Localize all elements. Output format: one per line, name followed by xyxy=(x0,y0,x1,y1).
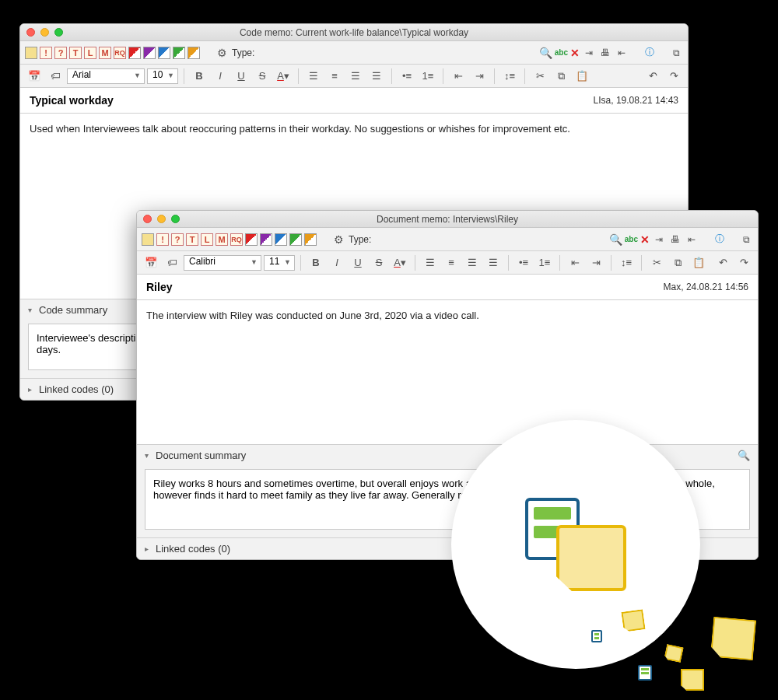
memo-type-exclaim[interactable]: ! xyxy=(156,233,169,246)
memo-type-l[interactable]: L xyxy=(201,233,213,246)
redo-button[interactable]: ↷ xyxy=(734,254,753,271)
spellcheck-icon[interactable]: abc xyxy=(625,235,638,243)
copy-button[interactable]: ⧉ xyxy=(668,254,687,271)
section-title: Document summary xyxy=(156,450,246,461)
date-icon[interactable]: 📅 xyxy=(142,254,160,271)
memo-color-purple[interactable] xyxy=(260,233,272,246)
indent-button[interactable]: ⇥ xyxy=(470,68,489,85)
close-window-button[interactable] xyxy=(26,28,35,37)
delete-icon[interactable]: ✕ xyxy=(570,47,580,59)
close-window-button[interactable] xyxy=(143,215,152,223)
memo-color-green[interactable] xyxy=(289,233,302,246)
font-size-select[interactable]: 11 ▼ xyxy=(264,255,295,271)
align-center-button[interactable]: ≡ xyxy=(325,68,344,85)
list-bullet-button[interactable]: •≡ xyxy=(514,254,533,271)
import-icon[interactable]: ⇥ xyxy=(582,46,596,60)
align-left-button[interactable]: ☰ xyxy=(421,254,440,271)
outdent-button[interactable]: ⇤ xyxy=(566,254,584,271)
undo-button[interactable]: ↶ xyxy=(643,68,662,85)
memo-type-rq[interactable]: RQ xyxy=(114,47,126,59)
undo-button[interactable]: ↶ xyxy=(713,254,732,271)
font-size-select[interactable]: 10 ▼ xyxy=(147,68,178,84)
italic-button[interactable]: I xyxy=(211,68,230,85)
memo-type-m[interactable]: M xyxy=(99,47,111,59)
memo-type-question[interactable]: ? xyxy=(54,47,67,59)
memo-type-rq[interactable]: RQ xyxy=(230,233,243,246)
memo-type-t[interactable]: T xyxy=(69,47,82,59)
search-icon[interactable]: 🔍 xyxy=(738,450,750,461)
info-icon[interactable]: ⓘ xyxy=(643,46,657,60)
memo-color-red[interactable] xyxy=(245,233,258,246)
minimize-window-button[interactable] xyxy=(40,28,49,37)
italic-button[interactable]: I xyxy=(328,254,346,271)
export-icon[interactable]: ⇤ xyxy=(615,46,629,60)
import-icon[interactable]: ⇥ xyxy=(652,233,666,247)
bold-button[interactable]: B xyxy=(307,254,325,271)
list-number-button[interactable]: 1≡ xyxy=(419,68,437,85)
print-icon[interactable]: 🖶 xyxy=(598,46,612,60)
font-color-button[interactable]: A▾ xyxy=(391,254,409,271)
print-icon[interactable]: 🖶 xyxy=(668,233,682,247)
paste-button[interactable]: 📋 xyxy=(573,68,591,85)
memo-body[interactable]: The interview with Riley was conducted o… xyxy=(137,300,758,444)
memo-type-t[interactable]: T xyxy=(186,233,198,246)
align-justify-button[interactable]: ☰ xyxy=(367,68,386,85)
search-icon[interactable]: 🔍 xyxy=(539,47,552,59)
cut-button[interactable]: ✂ xyxy=(531,68,549,85)
info-icon[interactable]: ⓘ xyxy=(713,233,727,247)
indent-button[interactable]: ⇥ xyxy=(587,254,605,271)
spellcheck-icon[interactable]: abc xyxy=(555,48,568,57)
strikethrough-button[interactable]: S xyxy=(370,254,388,271)
list-bullet-button[interactable]: •≡ xyxy=(398,68,416,85)
memo-color-purple[interactable] xyxy=(143,47,156,59)
outdent-button[interactable]: ⇤ xyxy=(449,68,468,85)
font-color-button[interactable]: A▾ xyxy=(274,68,293,85)
align-center-button[interactable]: ≡ xyxy=(442,254,461,271)
memo-color-yellow[interactable] xyxy=(25,47,37,59)
settings-icon[interactable]: ⚙ xyxy=(217,47,227,59)
align-right-button[interactable]: ☰ xyxy=(463,254,482,271)
line-spacing-button[interactable]: ↕≡ xyxy=(500,68,519,85)
font-select[interactable]: Calibri ▼ xyxy=(184,255,261,271)
memo-type-l[interactable]: L xyxy=(84,47,96,59)
align-right-button[interactable]: ☰ xyxy=(346,68,365,85)
memo-type-m[interactable]: M xyxy=(216,233,228,246)
memo-type-question[interactable]: ? xyxy=(171,233,184,246)
memo-type-exclaim[interactable]: ! xyxy=(40,47,52,59)
underline-button[interactable]: U xyxy=(232,68,251,85)
memo-color-orange[interactable] xyxy=(187,47,200,59)
cut-button[interactable]: ✂ xyxy=(647,254,666,271)
font-select[interactable]: Arial ▼ xyxy=(67,68,145,84)
memo-color-yellow[interactable] xyxy=(142,233,154,246)
paste-button[interactable]: 📋 xyxy=(689,254,708,271)
tag-icon[interactable]: 🏷 xyxy=(46,68,65,85)
memo-color-blue[interactable] xyxy=(158,47,170,59)
search-icon[interactable]: 🔍 xyxy=(609,233,622,246)
settings-icon[interactable]: ⚙ xyxy=(334,233,344,246)
maximize-window-button[interactable] xyxy=(171,215,180,223)
underline-button[interactable]: U xyxy=(349,254,367,271)
memo-color-orange[interactable] xyxy=(304,233,317,246)
delete-icon[interactable]: ✕ xyxy=(640,233,650,246)
maximize-window-button[interactable] xyxy=(54,28,63,37)
memo-color-red[interactable] xyxy=(128,47,141,59)
strikethrough-button[interactable]: S xyxy=(253,68,272,85)
redo-button[interactable]: ↷ xyxy=(664,68,683,85)
document-header: Riley Max, 24.08.21 14:56 xyxy=(137,275,758,300)
tag-icon[interactable]: 🏷 xyxy=(163,254,181,271)
minimize-window-button[interactable] xyxy=(157,215,166,223)
memo-type-toolbar: ! ? T L M RQ ⚙ Type: 🔍 abc ✕ ⇥ 🖶 ⇤ ⓘ ⧉ xyxy=(137,228,758,251)
bold-button[interactable]: B xyxy=(190,68,209,85)
copy-button[interactable]: ⧉ xyxy=(552,68,570,85)
chevron-down-icon: ▾ xyxy=(28,306,39,314)
window-icon[interactable]: ⧉ xyxy=(669,46,683,60)
memo-color-blue[interactable] xyxy=(275,233,287,246)
line-spacing-button[interactable]: ↕≡ xyxy=(617,254,636,271)
date-icon[interactable]: 📅 xyxy=(25,68,44,85)
export-icon[interactable]: ⇤ xyxy=(685,233,699,247)
list-number-button[interactable]: 1≡ xyxy=(535,254,554,271)
align-justify-button[interactable]: ☰ xyxy=(484,254,503,271)
align-left-button[interactable]: ☰ xyxy=(304,68,323,85)
memo-color-green[interactable] xyxy=(173,47,185,59)
window-icon[interactable]: ⧉ xyxy=(739,233,753,247)
